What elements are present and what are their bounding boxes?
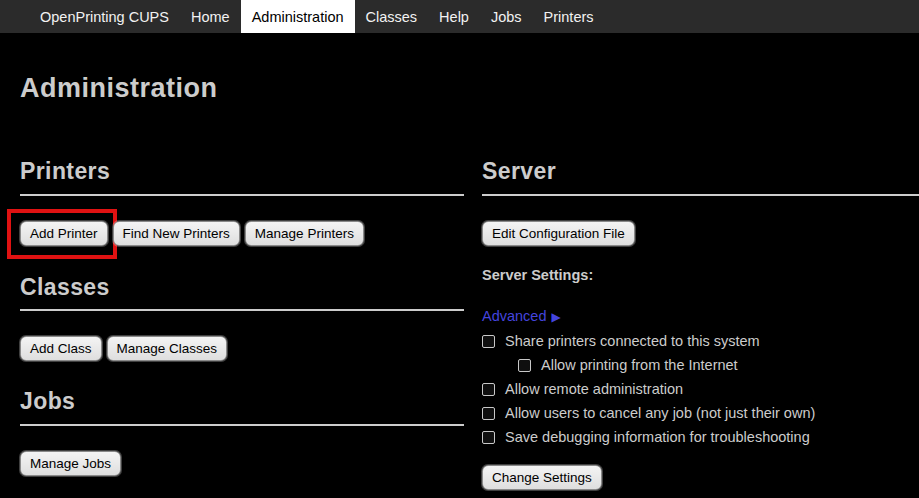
content-columns: Printers Add Printer Find New Printers M… (20, 158, 919, 490)
save-debugging-info-checkbox[interactable] (482, 431, 495, 444)
allow-remote-administration-checkbox[interactable] (482, 383, 495, 396)
manage-jobs-button[interactable]: Manage Jobs (20, 451, 121, 476)
advanced-expand-arrow-icon: ▶ (552, 310, 561, 324)
jobs-buttons-row: Manage Jobs (20, 451, 464, 476)
printers-section: Printers Add Printer Find New Printers M… (20, 158, 464, 246)
server-buttons-row: Edit Configuration File (482, 221, 919, 246)
server-settings-checkbox-list: Share printers connected to this system … (482, 333, 919, 446)
add-class-button[interactable]: Add Class (20, 336, 102, 361)
printers-buttons-row: Add Printer Find New Printers Manage Pri… (20, 221, 464, 246)
manage-printers-button[interactable]: Manage Printers (245, 221, 364, 246)
right-column: Server Edit Configuration File Server Se… (482, 158, 919, 490)
advanced-link[interactable]: Advanced▶ (482, 308, 561, 324)
admin-page: Administration Printers Add Printer Find… (0, 73, 919, 490)
nav-item-administration[interactable]: Administration (241, 0, 355, 33)
add-printer-button[interactable]: Add Printer (20, 221, 108, 246)
classes-buttons-row: Add Class Manage Classes (20, 336, 464, 361)
nav-item-classes[interactable]: Classes (355, 0, 429, 33)
server-heading: Server (482, 158, 919, 196)
server-section: Server Edit Configuration File Server Se… (482, 158, 919, 490)
setting-row-cancel-any-job: Allow users to cancel any job (not just … (482, 405, 919, 422)
setting-row-internet-printing: Allow printing from the Internet (518, 357, 919, 374)
jobs-section: Jobs Manage Jobs (20, 388, 464, 476)
share-printers-checkbox[interactable] (482, 335, 495, 348)
advanced-link-row: Advanced▶ (482, 308, 919, 324)
change-settings-row: Change Settings (482, 465, 919, 490)
nav-brand[interactable]: OpenPrinting CUPS (29, 0, 180, 33)
nav-item-help[interactable]: Help (428, 0, 480, 33)
classes-heading: Classes (20, 274, 464, 312)
share-printers-label: Share printers connected to this system (505, 333, 760, 349)
add-printer-highlight-annotation: Add Printer (7, 209, 117, 259)
printers-heading: Printers (20, 158, 464, 196)
allow-internet-printing-checkbox[interactable] (518, 359, 531, 372)
setting-row-save-debug-info: Save debugging information for troublesh… (482, 429, 919, 446)
server-settings-label: Server Settings: (482, 267, 919, 283)
top-nav: OpenPrinting CUPS Home Administration Cl… (0, 0, 919, 33)
allow-cancel-any-job-checkbox[interactable] (482, 407, 495, 420)
classes-section: Classes Add Class Manage Classes (20, 274, 464, 362)
jobs-heading: Jobs (20, 388, 464, 426)
allow-internet-printing-label: Allow printing from the Internet (541, 357, 738, 373)
advanced-link-label: Advanced (482, 308, 547, 324)
allow-remote-administration-label: Allow remote administration (505, 381, 683, 397)
nav-item-home[interactable]: Home (180, 0, 241, 33)
page-title: Administration (20, 73, 919, 104)
setting-row-share-printers: Share printers connected to this system (482, 333, 919, 350)
allow-cancel-any-job-label: Allow users to cancel any job (not just … (505, 405, 815, 421)
left-column: Printers Add Printer Find New Printers M… (20, 158, 464, 476)
nav-item-jobs[interactable]: Jobs (480, 0, 533, 33)
manage-classes-button[interactable]: Manage Classes (107, 336, 228, 361)
save-debugging-info-label: Save debugging information for troublesh… (505, 429, 810, 445)
change-settings-button[interactable]: Change Settings (482, 465, 602, 490)
edit-configuration-file-button[interactable]: Edit Configuration File (482, 221, 635, 246)
find-new-printers-button[interactable]: Find New Printers (113, 221, 240, 246)
setting-row-remote-admin: Allow remote administration (482, 381, 919, 398)
nav-item-printers[interactable]: Printers (533, 0, 605, 33)
